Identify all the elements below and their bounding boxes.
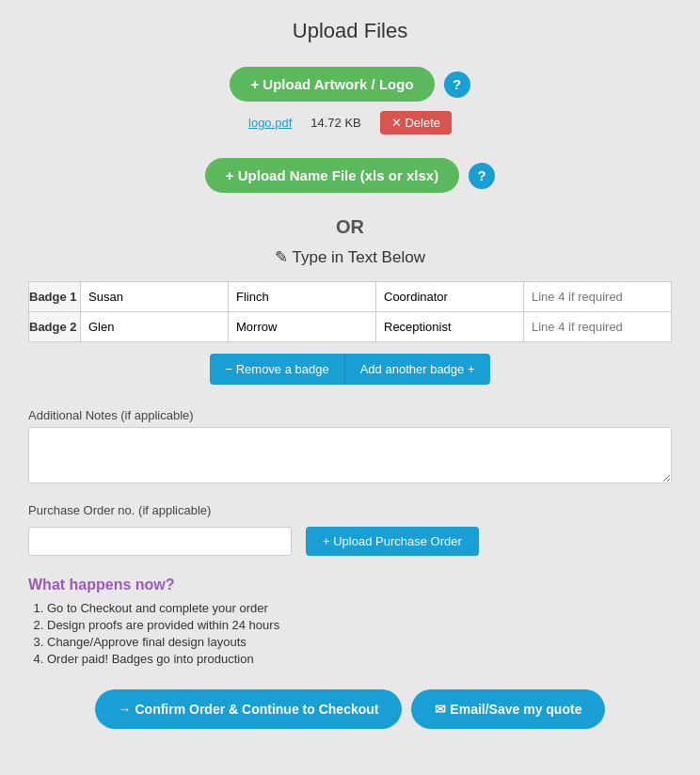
upload-name-file-help-button[interactable]: ? xyxy=(469,163,495,189)
upload-artwork-section: + Upload Artwork / Logo ? logo.pdf 14.72… xyxy=(28,67,672,149)
uploaded-file-size: 14.72 KB xyxy=(310,116,361,130)
or-divider: OR xyxy=(28,216,672,238)
list-item: Change/Approve final design layouts xyxy=(47,635,672,649)
table-row: Badge 1 xyxy=(29,282,672,312)
type-in-label: ✎ Type in Text Below xyxy=(275,248,425,266)
purchase-order-label: Purchase Order no. (if applicable) xyxy=(28,503,672,517)
type-in-section: ✎ Type in Text Below xyxy=(28,247,672,267)
badge-1-col3-input[interactable] xyxy=(376,282,523,311)
uploaded-file-name[interactable]: logo.pdf xyxy=(248,116,292,130)
email-save-quote-button[interactable]: ✉ Email/Save my quote xyxy=(411,689,605,729)
what-happens-title: What happens now? xyxy=(28,577,672,593)
upload-name-file-button[interactable]: + Upload Name File (xls or xlsx) xyxy=(205,158,459,193)
upload-name-btn-row: + Upload Name File (xls or xlsx) ? xyxy=(205,158,495,193)
badge-2-col3-input[interactable] xyxy=(376,312,523,341)
additional-notes-textarea[interactable] xyxy=(28,427,672,483)
badge-1-label: Badge 1 xyxy=(29,282,81,312)
badge-2-col3-cell xyxy=(376,312,524,342)
what-happens-section: What happens now? Go to Checkout and com… xyxy=(28,577,672,666)
bottom-actions: → Confirm Order & Continue to Checkout ✉… xyxy=(28,689,672,729)
list-item: Design proofs are provided within 24 hou… xyxy=(47,618,672,632)
badge-2-col1-input[interactable] xyxy=(81,312,228,341)
badge-1-col2-input[interactable] xyxy=(229,282,375,311)
confirm-order-button[interactable]: → Confirm Order & Continue to Checkout xyxy=(95,689,403,729)
table-row: Badge 2 xyxy=(29,312,672,342)
list-item: Go to Checkout and complete your order xyxy=(47,601,672,615)
badge-1-col4-input[interactable] xyxy=(524,282,671,311)
additional-notes-section: Additional Notes (if applicable) xyxy=(28,408,672,486)
badge-1-col3-cell xyxy=(376,282,524,312)
badge-2-col2-cell xyxy=(229,312,376,342)
badge-2-col1-cell xyxy=(81,312,229,342)
badge-1-col4-cell xyxy=(524,282,672,312)
what-happens-list: Go to Checkout and complete your order D… xyxy=(28,601,672,666)
upload-artwork-help-button[interactable]: ? xyxy=(444,71,470,98)
list-item: Order paid! Badges go into production xyxy=(47,652,672,666)
badge-2-label: Badge 2 xyxy=(29,312,81,342)
badge-2-col4-cell xyxy=(524,312,672,342)
purchase-order-section: Purchase Order no. (if applicable) + Upl… xyxy=(28,503,672,556)
badge-1-col1-cell xyxy=(81,282,229,312)
uploaded-file-row: logo.pdf 14.72 KB ✕ Delete xyxy=(28,111,672,134)
upload-artwork-btn-row: + Upload Artwork / Logo ? xyxy=(230,67,469,102)
remove-badge-button[interactable]: − Remove a badge xyxy=(210,354,343,385)
upload-purchase-order-button[interactable]: + Upload Purchase Order xyxy=(306,527,479,556)
badge-2-col2-input[interactable] xyxy=(229,312,375,341)
upload-name-file-section: + Upload Name File (xls or xlsx) ? xyxy=(28,158,672,202)
page-title: Upload Files xyxy=(28,19,672,43)
badge-1-col1-input[interactable] xyxy=(81,282,228,311)
badge-1-col2-cell xyxy=(229,282,376,312)
upload-artwork-button[interactable]: + Upload Artwork / Logo xyxy=(230,67,434,102)
badge-table: Badge 1 Badge 2 xyxy=(28,281,672,342)
purchase-order-input[interactable] xyxy=(28,527,292,556)
additional-notes-label: Additional Notes (if applicable) xyxy=(28,408,672,422)
badge-actions: − Remove a badge Add another badge + xyxy=(28,354,672,385)
badge-2-col4-input[interactable] xyxy=(524,312,671,341)
purchase-order-row: + Upload Purchase Order xyxy=(28,527,672,556)
delete-file-button[interactable]: ✕ Delete xyxy=(380,111,452,134)
add-badge-button[interactable]: Add another badge + xyxy=(344,354,490,385)
